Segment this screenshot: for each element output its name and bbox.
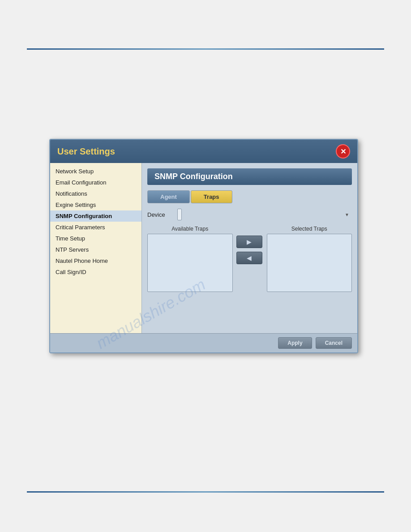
device-row: Device xyxy=(147,209,352,220)
traps-buttons: ▶ ◀ xyxy=(236,226,263,264)
close-button[interactable] xyxy=(336,144,350,159)
selected-traps-label: Selected Traps xyxy=(267,226,352,232)
bottom-decorative-bar xyxy=(27,491,384,493)
user-settings-dialog: User Settings Network Setup Email Config… xyxy=(49,139,358,353)
available-traps-label: Available Traps xyxy=(147,226,233,232)
sidebar-item-ntp-servers[interactable]: NTP Servers xyxy=(50,244,141,255)
tab-traps[interactable]: Traps xyxy=(191,190,232,203)
cancel-button[interactable]: Cancel xyxy=(316,337,352,349)
tab-agent[interactable]: Agent xyxy=(147,190,190,203)
available-traps-list[interactable] xyxy=(147,234,233,292)
sidebar-item-network-setup[interactable]: Network Setup xyxy=(50,166,141,177)
main-content: SNMP Configuration Agent Traps Device xyxy=(142,163,357,333)
sidebar-item-call-sign-id[interactable]: Call Sign/ID xyxy=(50,266,141,278)
move-right-button[interactable]: ▶ xyxy=(236,236,262,248)
device-select[interactable] xyxy=(177,209,182,220)
traps-area: Available Traps ▶ ◀ Selected Traps xyxy=(147,226,352,292)
move-left-icon: ◀ xyxy=(247,254,252,262)
section-title: SNMP Configuration xyxy=(147,168,352,185)
sidebar-item-snmp-configuration[interactable]: SNMP Configuration xyxy=(50,210,141,222)
dialog-title: User Settings xyxy=(57,146,115,157)
available-traps-column: Available Traps xyxy=(147,226,233,292)
move-left-button[interactable]: ◀ xyxy=(236,252,262,264)
tabs-row: Agent Traps xyxy=(147,190,352,203)
apply-button[interactable]: Apply xyxy=(278,337,312,349)
sidebar-item-exgine-settings[interactable]: Exgine Settings xyxy=(50,199,141,210)
dialog-title-bar: User Settings xyxy=(50,140,357,163)
sidebar: Network Setup Email Configuration Notifi… xyxy=(50,163,142,333)
top-decorative-bar xyxy=(27,48,384,50)
move-right-icon: ▶ xyxy=(247,238,252,245)
sidebar-item-email-configuration[interactable]: Email Configuration xyxy=(50,177,141,188)
device-label: Device xyxy=(147,211,172,218)
selected-traps-list[interactable] xyxy=(267,234,352,292)
dialog-body: Network Setup Email Configuration Notifi… xyxy=(50,163,357,333)
sidebar-item-critical-parameters[interactable]: Critical Parameters xyxy=(50,222,141,233)
selected-traps-column: Selected Traps xyxy=(267,226,352,292)
dialog-footer: Apply Cancel xyxy=(50,333,357,352)
sidebar-item-nautel-phone-home[interactable]: Nautel Phone Home xyxy=(50,255,141,266)
sidebar-item-notifications[interactable]: Notifications xyxy=(50,188,141,199)
device-select-wrapper xyxy=(177,209,352,220)
sidebar-item-time-setup[interactable]: Time Setup xyxy=(50,233,141,244)
